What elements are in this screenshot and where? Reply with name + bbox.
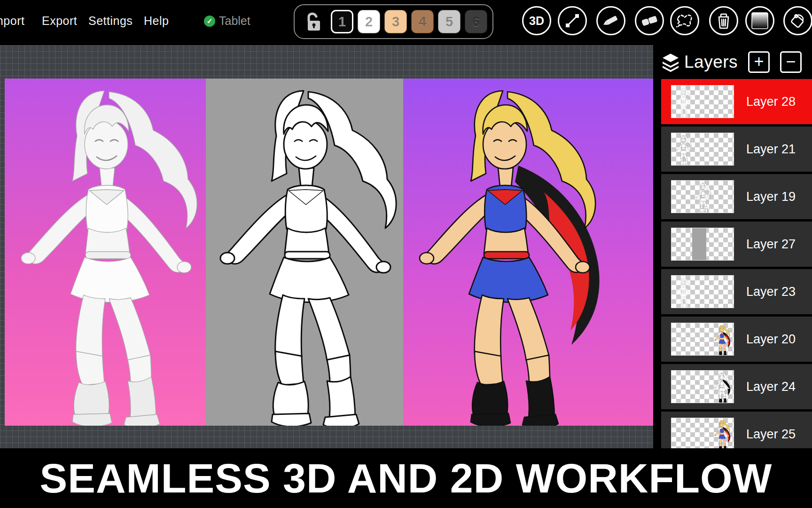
- panel-colored-art[interactable]: [403, 79, 653, 426]
- layer-name: Layer 28: [746, 79, 796, 124]
- layer-name: Layer 21: [746, 127, 796, 172]
- panel-line-art[interactable]: [206, 79, 403, 426]
- tablet-status: ✓ Tablet: [204, 14, 250, 28]
- layer-thumbnail: [671, 228, 734, 261]
- layers-icon: [661, 52, 680, 72]
- layer-row-25[interactable]: Layer 25: [661, 412, 812, 448]
- menu-item-help[interactable]: Help: [144, 14, 169, 28]
- layer-name: Layer 19: [746, 174, 796, 219]
- character-line-art: [206, 79, 403, 426]
- layer-name: Layer 20: [746, 317, 796, 362]
- add-layer-button[interactable]: +: [748, 51, 770, 73]
- tablet-connected-icon: ✓: [204, 16, 215, 27]
- fill-bucket-icon: [789, 11, 807, 30]
- swatch-3[interactable]: 3: [384, 10, 407, 33]
- layer-row-27[interactable]: Layer 27: [661, 222, 812, 267]
- layer-thumbnail: [671, 275, 734, 308]
- layers-panel-title: Layers: [684, 52, 738, 72]
- layer-thumbnail: [671, 323, 734, 356]
- layers-panel: Layers + − Layer 28 Layer 21 Layer 19 La…: [653, 45, 812, 448]
- menu-item-settings[interactable]: Settings: [88, 14, 133, 28]
- pencil-tool-button[interactable]: [596, 6, 625, 35]
- layer-thumbnail: [671, 85, 734, 118]
- gray-bar: [692, 228, 706, 261]
- lasso-select-icon: [675, 11, 694, 30]
- canvas-grid-background[interactable]: [0, 45, 653, 448]
- fill-bucket-button[interactable]: [783, 6, 812, 35]
- layers-header: Layers + −: [653, 45, 812, 79]
- swatch-6[interactable]: 6: [465, 10, 487, 33]
- gradient-tool-icon: [750, 11, 769, 30]
- layer-name: Layer 25: [746, 412, 796, 448]
- layer-thumbnail: [671, 180, 734, 213]
- trash-icon: [715, 12, 733, 30]
- top-toolbar: mport Export Settings Help ✓ Tablet 1 2 …: [0, 0, 812, 45]
- layer-name: Layer 24: [746, 364, 796, 409]
- 3d-mode-button[interactable]: 3D: [522, 6, 551, 35]
- layer-row-19[interactable]: Layer 19: [661, 174, 812, 219]
- layer-row-23[interactable]: Layer 23: [661, 269, 812, 314]
- layer-row-21[interactable]: Layer 21: [661, 127, 812, 172]
- layer-row-24[interactable]: Layer 24: [661, 364, 812, 409]
- color-swatch-bar: 1 2 3 4 5 6: [294, 4, 493, 39]
- banner-text: SEAMLESS 3D AND 2D WORKFLOW: [40, 454, 773, 502]
- bottom-banner: SEAMLESS 3D AND 2D WORKFLOW: [0, 448, 812, 508]
- layer-row-28[interactable]: Layer 28: [661, 79, 812, 124]
- remove-layer-button[interactable]: −: [780, 51, 802, 73]
- gradient-tool-button[interactable]: [745, 6, 774, 35]
- swatch-2[interactable]: 2: [358, 10, 380, 33]
- character-colored: [403, 79, 604, 426]
- layer-name: Layer 27: [746, 222, 796, 267]
- lasso-select-button[interactable]: [670, 6, 699, 35]
- swatch-1[interactable]: 1: [331, 10, 353, 33]
- menu-item-import[interactable]: mport: [0, 14, 24, 28]
- workspace: Layers + − Layer 28 Layer 21 Layer 19 La…: [0, 45, 812, 448]
- artwork-canvas[interactable]: [5, 79, 653, 426]
- pencil-tool-icon: [602, 12, 620, 30]
- swatch-5[interactable]: 5: [438, 10, 461, 33]
- layer-thumbnail: [671, 418, 734, 448]
- eraser-tool-icon: [640, 11, 659, 30]
- layer-row-20[interactable]: Layer 20: [661, 317, 812, 362]
- layer-thumbnail: [671, 133, 734, 166]
- line-tool-icon: [564, 12, 581, 29]
- 3d-mode-label: 3D: [529, 14, 544, 28]
- layer-thumbnail: [671, 370, 734, 403]
- eraser-tool-button[interactable]: [635, 6, 664, 35]
- tablet-status-label: Tablet: [219, 14, 250, 28]
- panel-3d-render[interactable]: [5, 79, 206, 426]
- swatch-4[interactable]: 4: [411, 10, 434, 33]
- line-tool-button[interactable]: [558, 6, 587, 35]
- layer-name: Layer 23: [746, 269, 796, 314]
- trash-button[interactable]: [709, 6, 738, 35]
- menu-item-export[interactable]: Export: [42, 14, 77, 28]
- character-3d-render: [5, 79, 206, 426]
- unlock-icon[interactable]: [305, 11, 323, 32]
